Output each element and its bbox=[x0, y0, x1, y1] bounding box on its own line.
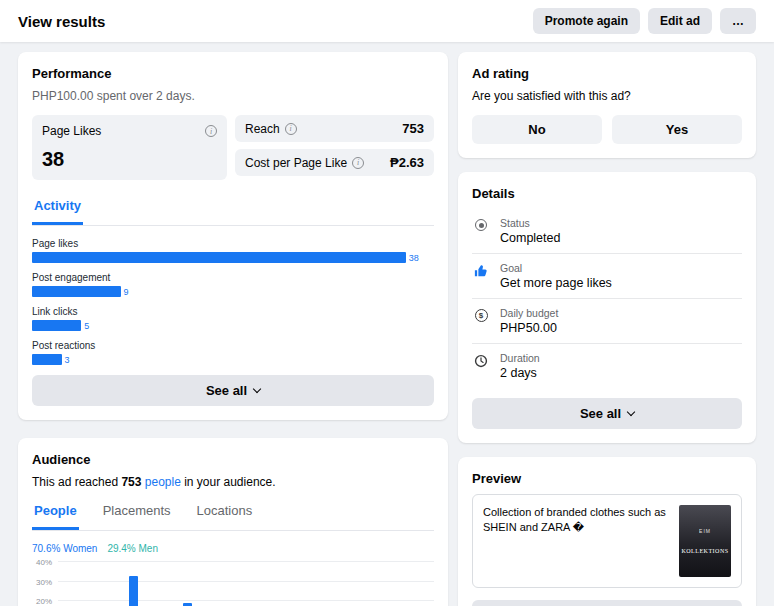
cost-per-like-label: Cost per Page Like bbox=[245, 156, 347, 170]
audience-yaxis: 0%10%20%30%40% bbox=[32, 562, 58, 606]
audience-reach-suffix: in your audience. bbox=[184, 475, 275, 489]
audience-bar-group bbox=[165, 562, 219, 606]
tab-locations[interactable]: Locations bbox=[195, 499, 255, 530]
thumbnail-top-text: EIM bbox=[699, 528, 711, 534]
audience-y-label: 30% bbox=[36, 577, 52, 586]
page-likes-label: Page Likes bbox=[42, 124, 101, 138]
audience-legend: 70.6% Women 29.4% Men bbox=[32, 543, 434, 554]
tab-placements[interactable]: Placements bbox=[101, 499, 173, 530]
audience-subtitle: This ad reached 753 people in your audie… bbox=[32, 475, 434, 489]
audience-bar-group bbox=[273, 562, 327, 606]
left-column: Performance PHP100.00 spent over 2 days.… bbox=[18, 52, 448, 606]
audience-reach-prefix: This ad reached bbox=[32, 475, 118, 489]
performance-title: Performance bbox=[32, 66, 434, 81]
audience-reach-count: 753 bbox=[121, 475, 141, 489]
details-row-label: Duration bbox=[500, 352, 540, 364]
audience-plot bbox=[58, 562, 434, 606]
budget-icon: $ bbox=[472, 309, 490, 322]
audience-bar-group bbox=[219, 562, 273, 606]
activity-bar bbox=[32, 252, 406, 263]
audience-chart: 0%10%20%30%40% bbox=[32, 562, 434, 606]
cost-per-like-metric: Cost per Page Like ₱2.63 bbox=[235, 149, 434, 176]
details-row-label: Daily budget bbox=[500, 307, 558, 319]
rating-yes-button[interactable]: Yes bbox=[612, 115, 742, 144]
details-row: Duration2 days bbox=[472, 344, 742, 388]
audience-bar-women bbox=[129, 576, 138, 606]
info-icon[interactable] bbox=[352, 157, 364, 169]
audience-y-label: 40% bbox=[36, 558, 52, 567]
page-header: View results Promote again Edit ad … bbox=[0, 0, 774, 42]
tab-activity[interactable]: Activity bbox=[32, 194, 83, 225]
performance-tabs: Activity bbox=[32, 194, 434, 226]
audience-bar-group bbox=[327, 562, 381, 606]
ad-preview[interactable]: Collection of branded clothes such as SH… bbox=[472, 494, 742, 588]
performance-card: Performance PHP100.00 spent over 2 days.… bbox=[18, 52, 448, 420]
preview-card: Preview Collection of branded clothes su… bbox=[458, 457, 756, 606]
status-icon bbox=[472, 219, 490, 231]
details-row: $Daily budgetPHP50.00 bbox=[472, 299, 742, 344]
activity-bar bbox=[32, 286, 121, 297]
audience-bar-group bbox=[112, 562, 166, 606]
page-likes-value: 38 bbox=[42, 148, 217, 171]
cost-per-like-value: ₱2.63 bbox=[390, 155, 424, 170]
reach-metric: Reach 753 bbox=[235, 115, 434, 142]
rating-no-button[interactable]: No bbox=[472, 115, 602, 144]
activity-bar-value: 38 bbox=[409, 253, 419, 263]
info-icon[interactable] bbox=[285, 123, 297, 135]
audience-card: Audience This ad reached 753 people in y… bbox=[18, 438, 448, 606]
ad-rating-question: Are you satisfied with this ad? bbox=[472, 89, 742, 103]
see-all-label: See all bbox=[206, 383, 247, 398]
activity-bar-value: 9 bbox=[124, 287, 129, 297]
activity-bar-value: 5 bbox=[84, 321, 89, 331]
activity-bar bbox=[32, 354, 62, 365]
audience-tabs: People Placements Locations bbox=[32, 499, 434, 531]
promote-again-button[interactable]: Promote again bbox=[533, 8, 640, 34]
legend-women: 70.6% Women bbox=[32, 543, 97, 554]
activity-row: Post reactions3 bbox=[32, 340, 434, 365]
audience-y-label: 20% bbox=[36, 597, 52, 606]
thumbnail-text: KOLLEKTIONS bbox=[681, 548, 728, 554]
chevron-down-icon bbox=[253, 385, 261, 393]
duration-icon bbox=[472, 354, 490, 368]
performance-see-all-button[interactable]: See all bbox=[32, 375, 434, 406]
details-card: Details StatusCompletedGoalGet more page… bbox=[458, 172, 756, 443]
activity-bar-label: Link clicks bbox=[32, 306, 434, 317]
activity-bar-value: 3 bbox=[65, 355, 70, 365]
page-likes-metric: Page Likes 38 bbox=[32, 115, 227, 180]
details-row-label: Goal bbox=[500, 262, 612, 274]
details-row-value: Completed bbox=[500, 231, 560, 245]
edit-ad-button[interactable]: Edit ad bbox=[648, 8, 712, 34]
activity-bar-label: Post engagement bbox=[32, 272, 434, 283]
see-all-label: See all bbox=[580, 406, 621, 421]
legend-men: 29.4% Men bbox=[107, 543, 158, 554]
goal-icon bbox=[472, 264, 490, 278]
details-see-all-button[interactable]: See all bbox=[472, 398, 742, 429]
more-options-button[interactable]: … bbox=[720, 8, 756, 34]
audience-title: Audience bbox=[32, 452, 434, 467]
details-row: GoalGet more page likes bbox=[472, 254, 742, 299]
details-row-value: PHP50.00 bbox=[500, 321, 558, 335]
performance-subtitle: PHP100.00 spent over 2 days. bbox=[32, 89, 434, 103]
audience-bar-group bbox=[58, 562, 112, 606]
details-row-label: Status bbox=[500, 217, 560, 229]
tab-people[interactable]: People bbox=[32, 499, 79, 530]
people-link[interactable]: people bbox=[145, 475, 181, 489]
activity-row: Post engagement9 bbox=[32, 272, 434, 297]
right-column: Ad rating Are you satisfied with this ad… bbox=[458, 52, 756, 606]
details-row-value: Get more page likes bbox=[500, 276, 612, 290]
header-actions: Promote again Edit ad … bbox=[533, 8, 756, 34]
activity-bar-label: Post reactions bbox=[32, 340, 434, 351]
chevron-down-icon bbox=[627, 408, 635, 416]
activity-bar-label: Page likes bbox=[32, 238, 434, 249]
reach-value: 753 bbox=[402, 121, 424, 136]
activity-bar bbox=[32, 320, 81, 331]
ad-rating-title: Ad rating bbox=[472, 66, 742, 81]
ad-thumbnail-image: EIM KOLLEKTIONS bbox=[679, 505, 731, 577]
ad-rating-card: Ad rating Are you satisfied with this ad… bbox=[458, 52, 756, 158]
preview-edit-ad-button[interactable]: Edit ad bbox=[472, 600, 742, 606]
ellipsis-icon: … bbox=[732, 14, 744, 28]
info-icon[interactable] bbox=[205, 125, 217, 137]
activity-row: Link clicks5 bbox=[32, 306, 434, 331]
ad-preview-text: Collection of branded clothes such as SH… bbox=[483, 505, 669, 577]
performance-metrics: Page Likes 38 Reach 753 Cost per Page Li… bbox=[32, 115, 434, 180]
